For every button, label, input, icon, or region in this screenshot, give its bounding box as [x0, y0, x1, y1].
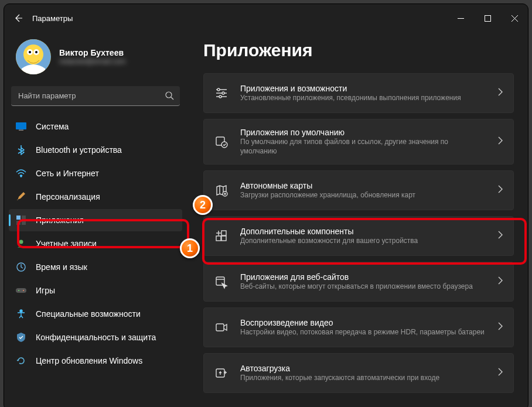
offline-maps-icon	[214, 184, 229, 197]
sidebar-item-label: Центр обновления Windows	[36, 356, 142, 365]
search-input[interactable]	[11, 86, 180, 106]
user-block[interactable]: Виктор Бухтеев redacted@email.com	[9, 37, 182, 86]
card-title: Приложения и возможности	[240, 84, 486, 93]
close-button[interactable]	[501, 9, 528, 28]
sidebar-item-label: Конфиденциальность и защита	[36, 333, 156, 342]
video-playback-icon	[214, 321, 229, 334]
sidebar-item-privacy[interactable]: Конфиденциальность и защита	[9, 326, 182, 348]
sidebar-item-network[interactable]: Сеть и Интернет	[9, 162, 182, 184]
svg-point-29	[222, 92, 224, 94]
svg-point-14	[21, 176, 22, 177]
card-subtitle: Веб-сайты, которые могут открываться в п…	[240, 282, 486, 291]
settings-window: Параметры	[4, 4, 528, 407]
privacy-icon	[16, 333, 26, 342]
system-icon	[16, 122, 26, 131]
accounts-icon	[16, 239, 26, 248]
sidebar-item-time-language[interactable]: Время и язык	[9, 256, 182, 278]
search-box[interactable]	[11, 86, 180, 106]
svg-point-7	[29, 51, 31, 53]
sidebar-item-label: Специальные возможности	[36, 309, 141, 319]
card-startup[interactable]: Автозагрузка Приложения, которые запуска…	[203, 353, 514, 393]
avatar	[16, 39, 51, 74]
minimize-icon	[458, 15, 464, 22]
back-button[interactable]	[4, 13, 32, 23]
sidebar-item-label: Система	[36, 122, 69, 131]
svg-point-24	[20, 310, 22, 312]
svg-rect-17	[16, 221, 21, 225]
default-apps-icon	[214, 135, 229, 148]
sidebar-item-system[interactable]: Система	[9, 115, 182, 138]
chevron-right-icon	[498, 276, 503, 287]
card-apps-for-websites[interactable]: Приложения для веб-сайтов Веб-сайты, кот…	[203, 262, 514, 302]
window-title: Параметры	[32, 14, 73, 23]
chevron-right-icon	[498, 231, 503, 241]
svg-rect-21	[16, 288, 26, 293]
card-subtitle: Установленные приложения, псевдонимы вып…	[240, 93, 486, 102]
svg-rect-37	[216, 236, 221, 241]
svg-rect-16	[22, 216, 26, 220]
card-subtitle: По умолчанию для типов файлов и ссылок, …	[240, 137, 486, 156]
svg-rect-43	[216, 324, 224, 331]
svg-rect-36	[221, 231, 226, 235]
svg-point-9	[35, 51, 37, 53]
svg-point-23	[23, 290, 24, 291]
card-video-playback[interactable]: Воспроизведение видео Настройки видео, п…	[203, 307, 514, 347]
sidebar-item-label: Приложения	[36, 216, 84, 225]
chevron-right-icon	[498, 185, 503, 196]
minimize-button[interactable]	[447, 9, 474, 28]
svg-rect-13	[19, 130, 23, 131]
apps-websites-icon	[214, 275, 229, 288]
titlebar: Параметры	[4, 4, 528, 32]
chevron-right-icon	[498, 88, 503, 98]
card-offline-maps[interactable]: Автономные карты Загрузки расположение х…	[203, 170, 514, 210]
sidebar-item-apps[interactable]: Приложения	[9, 209, 182, 231]
sidebar-item-accessibility[interactable]: Специальные возможности	[9, 303, 182, 325]
maximize-icon	[485, 15, 491, 22]
apps-features-icon	[214, 87, 229, 100]
back-arrow-icon	[13, 13, 23, 23]
sidebar-item-label: Время и язык	[36, 262, 87, 272]
user-name: Виктор Бухтеев	[59, 48, 126, 57]
svg-point-30	[219, 95, 221, 98]
card-subtitle: Дополнительные возможности для вашего ус…	[240, 236, 486, 245]
network-icon	[16, 169, 26, 177]
sidebar-item-label: Сеть и Интернет	[36, 169, 99, 178]
chevron-right-icon	[498, 136, 503, 147]
sidebar-item-label: Учетные записи	[36, 239, 97, 248]
gaming-icon	[16, 287, 26, 294]
svg-point-19	[19, 240, 23, 244]
sidebar-item-windows-update[interactable]: Центр обновления Windows	[9, 350, 182, 372]
bluetooth-icon	[16, 145, 26, 155]
card-subtitle: Приложения, которые запускаются автомати…	[240, 373, 486, 382]
personalization-icon	[16, 191, 26, 202]
svg-rect-12	[16, 122, 26, 129]
svg-rect-38	[221, 236, 226, 241]
card-apps-features[interactable]: Приложения и возможности Установленные п…	[203, 73, 514, 113]
sidebar-item-personalization[interactable]: Персонализация	[9, 186, 182, 208]
sidebar-item-label: Bluetooth и устройства	[36, 145, 122, 155]
card-title: Дополнительные компоненты	[240, 227, 486, 236]
sidebar-item-gaming[interactable]: Игры	[9, 279, 182, 302]
card-optional-features[interactable]: Дополнительные компоненты Дополнительные…	[203, 216, 514, 256]
svg-point-10	[166, 92, 172, 98]
card-subtitle: Настройки видео, потоковая передача в ре…	[240, 327, 486, 337]
chevron-right-icon	[498, 322, 503, 333]
svg-rect-18	[22, 221, 26, 225]
svg-rect-1	[485, 15, 490, 21]
windows-update-icon	[16, 356, 26, 365]
sidebar-item-bluetooth[interactable]: Bluetooth и устройства	[9, 139, 182, 161]
sidebar-item-label: Игры	[36, 286, 55, 295]
main-content: Приложения Приложения и возможности Уста…	[187, 32, 528, 407]
svg-rect-15	[16, 216, 21, 220]
card-title: Приложения по умолчанию	[240, 128, 486, 137]
user-email: redacted@email.com	[59, 57, 126, 66]
sidebar-item-accounts[interactable]: Учетные записи	[9, 232, 182, 255]
nav-list: Система Bluetooth и устройства Сеть и Ин…	[9, 115, 182, 372]
card-title: Автозагрузка	[240, 364, 486, 373]
card-title: Автономные карты	[240, 181, 486, 190]
svg-line-11	[171, 97, 173, 100]
maximize-button[interactable]	[474, 9, 501, 28]
accessibility-icon	[16, 309, 26, 319]
svg-point-28	[217, 88, 220, 91]
card-default-apps[interactable]: Приложения по умолчанию По умолчанию для…	[203, 119, 514, 165]
